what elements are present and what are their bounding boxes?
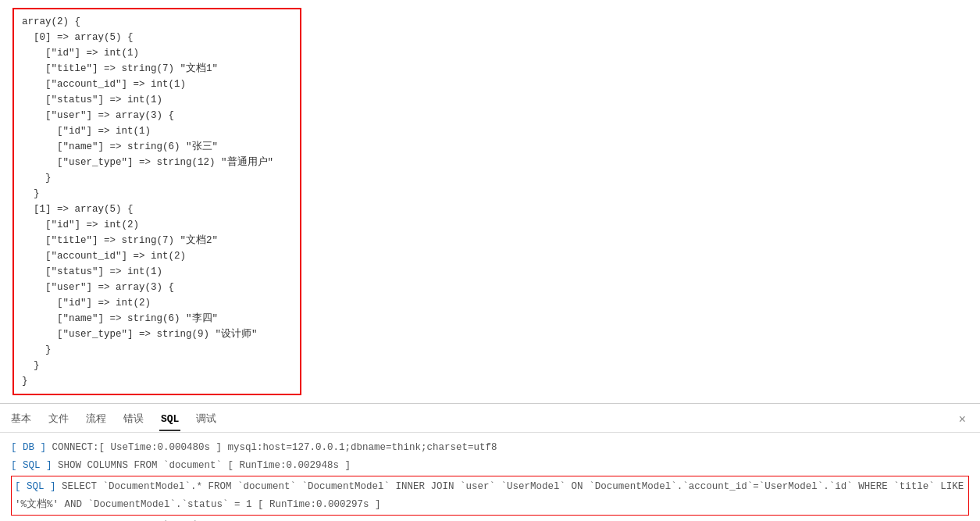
top-panel: array(2) { [0] => array(5) { ["id"] => i… [0,0,980,403]
code-line: ["account_id"] => int(1) [22,77,292,92]
code-line: ["status"] => int(1) [22,264,292,280]
log-line: [ SQL ] SHOW COLUMNS FROM `document` [ R… [11,457,969,475]
code-line: [0] => array(5) { [22,30,292,45]
tab-文件[interactable]: 文件 [47,409,70,432]
code-line: [1] => array(5) { [22,202,292,217]
code-line: ["title"] => string(7) "文档2" [22,233,292,248]
code-line: ["status"] => int(1) [22,92,292,108]
log-line: [ SQL ] SHOW COLUMNS FROM `user` [ RunTi… [11,517,969,521]
code-line: ["name"] => string(6) "李四" [22,311,292,327]
log-line: [ DB ] CONNECT:[ UseTime:0.000480s ] mys… [11,439,969,457]
code-output-box: array(2) { [0] => array(5) { ["id"] => i… [12,8,301,395]
log-prefix: [ SQL ] [11,460,52,471]
code-line: ["id"] => int(1) [22,45,292,61]
tab-错误[interactable]: 错误 [122,409,145,432]
code-line: array(2) { [22,14,292,30]
code-line: ["id"] => int(1) [22,123,292,139]
tab-bar: 基本文件流程错误SQL调试× [0,404,980,433]
code-line: ["account_id"] => int(2) [22,248,292,264]
code-line: ["id"] => int(2) [22,295,292,311]
bottom-panel: 基本文件流程错误SQL调试× [ DB ] CONNECT:[ UseTime:… [0,403,980,521]
code-line: ["id"] => int(2) [22,217,292,233]
log-prefix: [ SQL ] [15,481,56,492]
code-line: } [22,373,292,389]
log-prefix: [ DB ] [11,442,46,453]
log-line-highlighted: [ SQL ] SELECT `DocumentModel`.* FROM `d… [11,476,969,516]
tab-基本[interactable]: 基本 [9,409,33,432]
tab-流程[interactable]: 流程 [84,409,108,432]
code-line: ["user_type"] => string(12) "普通用户" [22,155,292,170]
code-line: ["user_type"] => string(9) "设计师" [22,327,292,342]
code-line: } [22,358,292,373]
tab-SQL[interactable]: SQL [159,410,180,431]
log-area: [ DB ] CONNECT:[ UseTime:0.000480s ] mys… [0,433,980,521]
code-line: } [22,170,292,186]
code-line: ["user"] => array(3) { [22,108,292,123]
code-line: ["user"] => array(3) { [22,280,292,295]
code-line: ["name"] => string(6) "张三" [22,139,292,155]
code-line: } [22,186,292,202]
tab-调试[interactable]: 调试 [194,409,218,432]
close-button[interactable]: × [953,412,971,428]
code-line: ["title"] => string(7) "文档1" [22,61,292,77]
code-line: } [22,342,292,358]
